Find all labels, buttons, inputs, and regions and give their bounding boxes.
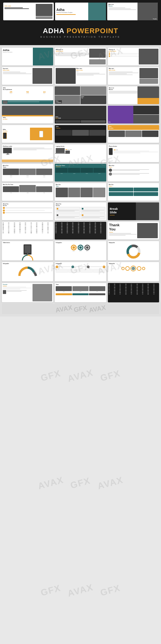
slide-row-6: Desktop media [2, 144, 159, 162]
thank-you-title: ThankYou [109, 223, 137, 231]
slide-service-1: About OurService [2, 202, 53, 220]
slide-icon-dark-2 [108, 283, 159, 302]
slide-how-start: How startAdha studio [2, 67, 53, 85]
preview-slide-1: When startAdha studio [3, 3, 54, 20]
slide-portfolio-dark: AdhaPortfolio [55, 125, 106, 143]
slide-row-12: Infographic Infographic [2, 262, 159, 281]
slide-portfolio-purple: Adha [108, 106, 159, 123]
main-title-banner: ADHA POWERPOINT BUSINESS PRESENTATION TE… [3, 22, 158, 41]
slide-row-11: Tablet device [2, 241, 159, 260]
slide-row-4: Adhaportfolio AdhaBoot 2019 [2, 106, 159, 123]
product-title: ADHA POWERPOINT [6, 27, 155, 35]
product-subtitle: BUSINESS PRESENTATION TEMPLATE [6, 36, 155, 38]
slide-row-1: Adha Business Presentation Welcome toAdh… [2, 48, 159, 65]
slide-infographic-dots: Infographic [108, 262, 159, 281]
slide-when-start: When startAdha studio 2019 [55, 67, 106, 85]
header-section: When startAdha studio [0, 0, 161, 45]
bottom-watermark: AVAX GFX AVAX [2, 304, 159, 314]
slide-service-2: About OurService [55, 202, 106, 220]
slide-laptop: Laptop device [55, 144, 106, 162]
slide-adha-main: Adha Business Presentation [2, 48, 53, 65]
slide-row-13: Founder [2, 283, 159, 302]
slide-row-8: Meet Our The Team CEO Lead Dev [2, 183, 159, 201]
slide-team-4: Meet Our The Team CEO Lead Dev [2, 183, 53, 201]
slide-boot-2019: AdhaBoot 2019 [55, 106, 106, 123]
slide-row-9: About OurService [2, 202, 159, 220]
slide-infographic-half: Infographic [2, 262, 53, 281]
slide-infographic-circles: Infographic Item 1 Item 2 [55, 241, 106, 260]
slide-break: BreakSlide [108, 202, 159, 220]
svg-point-4 [129, 248, 137, 255]
slide-team-5: Meet OurTeam [55, 183, 106, 201]
slide-phone-device: Phone device [108, 144, 159, 162]
slide-team-3: Meet OurTeam [108, 164, 159, 181]
slide-team-1: Meet OurTeam Name Position Name Position [2, 164, 53, 181]
slide-desktop: Desktop media [2, 144, 53, 162]
slide-thankyou: ThankYou [108, 222, 159, 239]
slide-welcome: Welcome toAdha studio [55, 48, 106, 65]
preview-slide-adha-title: Adha Business Presentation Template [55, 3, 106, 20]
slide-infographic-flow: Infographic 1 2 3 [55, 262, 106, 281]
slide-row-2: How startAdha studio [2, 67, 159, 85]
slide-founder: Founder [2, 283, 53, 302]
slide-accomplishment: AdhaAccomplishment 25 Awards 50 Projects… [2, 86, 53, 104]
slide-about-our: AboutOur NewCompany [55, 86, 106, 104]
slide-row-3: AdhaAccomplishment 25 Awards 50 Projects… [2, 86, 159, 104]
slide-history: History ofAdha studio [108, 48, 159, 65]
slide-infographic-ring: Infographic [108, 241, 159, 260]
slides-section: Adha Business Presentation Welcome toAdh… [0, 45, 161, 317]
slide-icon-grid-dark [55, 222, 106, 239]
slide-team-teal: Meet The Team Name Name [55, 164, 106, 181]
slide-row-7: Meet OurTeam Name Position Name Position [2, 164, 159, 181]
slide-about-mission: About ourMission [108, 86, 159, 104]
slide-portfolio-orange: AdhaPortfolio [108, 125, 159, 143]
page-wrapper: When startAdha studio [0, 0, 161, 317]
slide-tablet: Tablet device [2, 241, 53, 260]
preview-slide-mission: About ourMission Founder [107, 3, 158, 20]
slide-row-5: AdhaPortfolio AdhaPortfolio [2, 125, 159, 143]
slide-team-topics: Meet OurTopics [108, 183, 159, 201]
slide-team-table: Team CEO Lead Dev [55, 283, 106, 302]
slide-portfolio-phone: AdhaPortfolio [2, 125, 53, 143]
slide-row-10: ThankYou [2, 222, 159, 239]
slide-icon-grid-light [2, 222, 53, 239]
top-preview-grid: When startAdha studio [3, 3, 158, 20]
slide-portfolio-1: Adhaportfolio [2, 106, 53, 123]
slide-who-start: Who startAdha studio [108, 67, 159, 85]
